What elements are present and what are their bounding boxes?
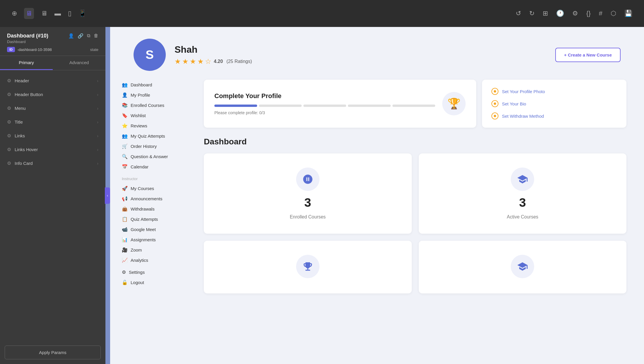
sidebar-item-info-card[interactable]: ⚙ Info Card › — [0, 156, 105, 170]
enrolled-stat-number: 3 — [304, 196, 311, 210]
nav-label: Analytics — [131, 258, 148, 263]
set-profile-photo-link[interactable]: Set Your Profile Photo — [502, 89, 545, 94]
action-set-withdraw[interactable]: Set Withdraw Method — [491, 112, 617, 119]
settings-icon[interactable]: ⚙ — [572, 10, 578, 17]
progress-bar-empty-4 — [392, 105, 435, 107]
quiz-attempts-icon: 👥 — [122, 133, 128, 139]
tablet-icon[interactable]: ▯ — [68, 10, 71, 17]
hash-icon[interactable]: # — [599, 10, 602, 17]
sidebar-link-icon[interactable]: 🔗 — [78, 33, 83, 39]
nav-item-zoom[interactable]: 🎥 Zoom — [122, 245, 198, 255]
tab-primary[interactable]: Primary — [0, 56, 53, 70]
history-icon[interactable]: 🕐 — [556, 10, 564, 17]
nav-label: My Quiz Attempts — [131, 134, 165, 139]
apply-params-button[interactable]: Apply Params — [5, 346, 101, 359]
sidebar-item-menu[interactable]: ⚙ Menu › — [0, 101, 105, 115]
nav-item-question-answer[interactable]: 🔍 Question & Answer — [122, 151, 198, 162]
action-set-photo[interactable]: Set Your Profile Photo — [491, 88, 617, 95]
nav-label: Withdrawals — [131, 206, 155, 211]
nav-label: Google Meet — [131, 227, 156, 232]
nav-item-wishlist[interactable]: 🔖 Wishlist — [122, 110, 198, 121]
save-icon[interactable]: 💾 — [624, 10, 632, 17]
stat-cards-grid: 3 Enrolled Courses 3 Active Courses — [204, 153, 626, 293]
header-settings-icon: ⚙ — [7, 78, 11, 83]
progress-bar-filled-1 — [214, 105, 257, 107]
nav-item-reviews[interactable]: ⭐ Reviews — [122, 121, 198, 131]
nav-item-order-history[interactable]: 🛒 Order History — [122, 141, 198, 151]
progress-bar-empty-3 — [348, 105, 391, 107]
sidebar-item-label: Info Card — [15, 161, 93, 166]
undo-icon[interactable]: ↺ — [516, 10, 521, 17]
sidebar-trash-icon[interactable]: 🗑 — [94, 33, 98, 39]
star-2: ★ — [182, 57, 189, 66]
trophy-stat-icon-circle — [296, 255, 320, 278]
nav-label: Enrolled Courses — [131, 103, 164, 108]
sidebar-item-title[interactable]: ⚙ Title › — [0, 115, 105, 129]
collapse-handle[interactable]: ‹ — [105, 187, 110, 204]
sidebar-copy-icon[interactable]: ⧉ — [87, 33, 90, 39]
my-profile-icon: 👤 — [122, 92, 128, 98]
set-bio-link[interactable]: Set Your Bio — [502, 101, 526, 106]
nav-item-my-profile[interactable]: 👤 My Profile — [122, 90, 198, 100]
nav-item-my-courses[interactable]: 🚀 My Courses — [122, 183, 198, 194]
wishlist-icon: 🔖 — [122, 113, 128, 118]
top-toolbar: ⊕ 🖥 🖥 ▬ ▯ 📱 ↺ ↻ ⊞ 🕐 ⚙ {} # ⬡ 💾 — [0, 0, 644, 27]
dashboard-icon: 👥 — [122, 82, 128, 88]
instructor-stat-icon-circle — [511, 255, 534, 278]
nav-item-logout[interactable]: 🔓 Logout — [122, 277, 198, 288]
order-history-icon: 🛒 — [122, 143, 128, 149]
title-settings-icon: ⚙ — [7, 119, 11, 125]
star-4: ★ — [197, 57, 204, 66]
nav-item-dashboard[interactable]: 👥 Dashboard — [122, 80, 198, 90]
nav-item-calendar[interactable]: 📅 Calendar — [122, 162, 198, 172]
tab-advanced[interactable]: Advanced — [53, 56, 105, 70]
tablet-landscape-icon[interactable]: ▬ — [54, 10, 61, 17]
graduation-cap-icon — [517, 174, 528, 185]
sidebar-item-header[interactable]: ⚙ Header › — [0, 74, 105, 88]
chevron-right-icon: › — [97, 92, 98, 97]
nav-item-google-meet[interactable]: 📹 Google Meet — [122, 224, 198, 235]
info-card-settings-icon: ⚙ — [7, 160, 11, 166]
create-course-button[interactable]: + Create a New Course — [555, 48, 621, 62]
sidebar-item-links[interactable]: ⚙ Links › — [0, 129, 105, 143]
nav-item-assignments[interactable]: 📊 Assignments — [122, 235, 198, 245]
nav-item-announcements[interactable]: 📢 Announcements — [122, 194, 198, 204]
active-stat-number: 3 — [519, 196, 526, 210]
nav-label: Order History — [131, 144, 157, 149]
phone-icon[interactable]: 📱 — [78, 10, 86, 17]
sidebar-item-links-hover[interactable]: ⚙ Links Hover › — [0, 143, 105, 156]
links-settings-icon: ⚙ — [7, 133, 11, 139]
code-icon[interactable]: {} — [586, 10, 591, 17]
redo-icon[interactable]: ↻ — [529, 10, 534, 17]
nav-item-settings[interactable]: ⚙ Settings — [122, 265, 198, 277]
monitor-icon[interactable]: 🖥 — [24, 8, 34, 19]
export-icon[interactable]: ⬡ — [611, 10, 616, 17]
nav-item-quiz-attempts-instructor[interactable]: 📋 Quiz Attempts — [122, 214, 198, 224]
trophy-stat-icon — [302, 261, 313, 272]
state-badge: state — [90, 47, 98, 52]
dashboard-title: Dashboard — [204, 137, 626, 146]
my-courses-icon: 🚀 — [122, 186, 128, 191]
google-meet-icon: 📹 — [122, 227, 128, 232]
question-answer-icon: 🔍 — [122, 154, 128, 159]
content-area: S Shah ★ ★ ★ ★ ☆ 4.20 (25 Ratings) + Cre… — [110, 27, 644, 364]
sidebar-item-header-button[interactable]: ⚙ Header Button › — [0, 88, 105, 101]
header-button-settings-icon: ⚙ — [7, 92, 11, 97]
desktop-icon[interactable]: 🖥 — [41, 10, 47, 17]
chevron-right-icon: › — [97, 78, 98, 83]
nav-item-analytics[interactable]: 📈 Analytics — [122, 255, 198, 265]
layers-icon[interactable]: ⊞ — [543, 10, 548, 17]
profile-name: Shah — [175, 44, 546, 55]
nav-label: Announcements — [131, 196, 162, 201]
nav-item-enrolled-courses[interactable]: 📚 Enrolled Courses — [122, 100, 198, 110]
action-set-bio[interactable]: Set Your Bio — [491, 100, 617, 107]
plus-icon[interactable]: ⊕ — [12, 10, 17, 17]
action-circle-bio — [491, 100, 498, 107]
reviews-icon: ⭐ — [122, 123, 128, 129]
stat-card-active: 3 Active Courses — [419, 153, 627, 234]
sidebar-user-icon[interactable]: 👤 — [68, 33, 74, 39]
set-withdraw-link[interactable]: Set Withdraw Method — [502, 114, 544, 119]
nav-item-quiz-attempts[interactable]: 👥 My Quiz Attempts — [122, 131, 198, 141]
sidebar-subtitle: Dashboard — [7, 40, 98, 44]
nav-item-withdrawals[interactable]: 👜 Withdrawals — [122, 204, 198, 214]
